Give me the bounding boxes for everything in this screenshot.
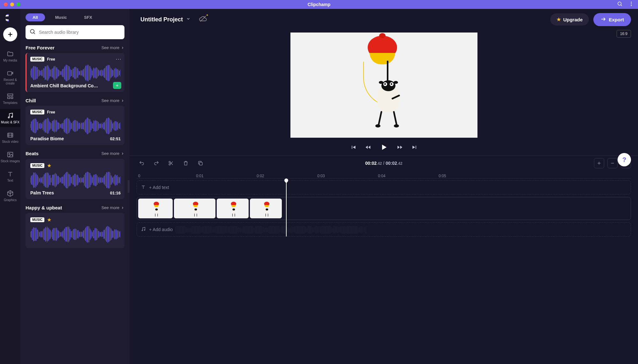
rail-item-stock-images[interactable]: Stock images	[0, 148, 20, 166]
see-more-link[interactable]: See more	[101, 98, 124, 103]
sheep-leg	[378, 111, 382, 126]
video-clip[interactable]	[138, 199, 173, 218]
rail-label: Record & create	[0, 78, 20, 85]
cloud-sync-icon[interactable]: ✦	[199, 15, 207, 24]
titlebar-search-icon[interactable]	[617, 1, 623, 8]
see-more-link[interactable]: See more	[101, 151, 124, 156]
audio-track-placeholder: + Add audio	[149, 227, 173, 232]
help-button[interactable]: ?	[618, 153, 631, 166]
upgrade-button[interactable]: ★ Upgrade	[550, 13, 589, 25]
audio-waveform	[175, 226, 638, 234]
playhead[interactable]	[286, 180, 287, 237]
skip-start-button[interactable]	[350, 144, 357, 150]
play-button[interactable]	[379, 143, 388, 152]
timeline[interactable]: 00:010:020:030:040:05 + Add text	[130, 170, 638, 364]
rail-item-stock-video[interactable]: Stock video	[0, 128, 20, 147]
library-section-head: Happy & upbeat See more	[26, 205, 124, 210]
rail-item-record-create[interactable]: Record & create	[0, 67, 20, 88]
redo-button[interactable]	[151, 158, 161, 168]
free-badge: Free	[47, 110, 55, 114]
zoom-in-button[interactable]	[594, 158, 604, 168]
music-tag: MUSIC	[30, 57, 44, 62]
track-card[interactable]: MUSICFree ⋯ Ambient Chill Background Co……	[26, 53, 124, 92]
svg-line-20	[34, 33, 35, 34]
track-waveform	[30, 226, 121, 243]
svg-rect-27	[199, 162, 202, 165]
video-clip[interactable]	[250, 199, 282, 218]
timeline-toolbar: 00:02.42 / 00:02.42	[130, 156, 638, 170]
split-button[interactable]	[166, 158, 176, 168]
zoom-out-button[interactable]	[607, 158, 618, 168]
sheep-foot	[375, 124, 380, 127]
section-title: Free Forever	[26, 45, 55, 50]
svg-point-4	[631, 5, 632, 6]
rail-label: Stock video	[2, 140, 19, 143]
time-current-frac: .42	[377, 161, 382, 166]
audio-track[interactable]: + Add audio	[137, 222, 631, 237]
library-section-head: Free Forever See more	[26, 45, 124, 50]
video-track[interactable]	[137, 197, 631, 220]
see-more-link[interactable]: See more	[101, 45, 124, 50]
video-clip[interactable]	[217, 199, 249, 218]
playback-time: 00:02.42 / 00:02.42	[365, 161, 402, 166]
rewind-button[interactable]	[365, 144, 371, 150]
rail-label: My media	[3, 59, 17, 62]
window-titlebar: Clipchamp	[0, 0, 638, 9]
rail-label: Music & SFX	[1, 120, 19, 124]
timeline-ruler[interactable]: 00:010:020:030:040:05	[137, 170, 631, 178]
collapse-panel-button[interactable]	[128, 180, 130, 193]
editor-area: Untitled Project ✦ ★ Upgrade Expor	[130, 9, 638, 364]
track-more-button[interactable]: ⋯	[116, 55, 121, 62]
forward-button[interactable]	[397, 144, 403, 150]
duplicate-button[interactable]	[195, 158, 206, 168]
left-rail: My media Record & create Templates Music…	[0, 9, 20, 364]
see-more-link[interactable]: See more	[101, 205, 124, 210]
rail-item-my-media[interactable]: My media	[0, 47, 20, 65]
playback-controls	[350, 143, 418, 152]
undo-button[interactable]	[137, 158, 147, 168]
rail-item-graphics[interactable]: Graphics	[0, 187, 20, 205]
track-card[interactable]: MUSIC★	[26, 213, 124, 248]
library-search-input[interactable]	[39, 30, 121, 35]
window-close-button[interactable]	[4, 3, 8, 6]
skip-end-button[interactable]	[411, 144, 418, 150]
export-button[interactable]: Export	[593, 13, 631, 26]
ruler-tick: 0:03	[317, 174, 325, 178]
prop-ball-knob	[379, 33, 386, 38]
track-tags: MUSIC★	[30, 217, 121, 223]
add-track-button[interactable]: +	[113, 82, 121, 89]
svg-point-12	[11, 116, 13, 118]
free-badge: Free	[47, 57, 55, 62]
rail-item-text[interactable]: Text	[0, 167, 20, 186]
window-minimize-button[interactable]	[10, 3, 14, 6]
titlebar-more-icon[interactable]	[628, 1, 634, 8]
track-card[interactable]: MUSIC★ Palm Trees 01:16	[26, 159, 124, 199]
library-tab-all[interactable]: All	[26, 13, 45, 21]
project-title-dropdown[interactable]: Untitled Project	[137, 14, 194, 25]
music-icon	[141, 227, 146, 233]
text-track[interactable]: + Add text	[137, 180, 631, 194]
rail-item-templates[interactable]: Templates	[0, 90, 20, 108]
ruler-tick: 0:01	[196, 174, 203, 178]
rail-item-music-sfx[interactable]: Music & SFX	[0, 109, 20, 127]
svg-point-32	[144, 229, 145, 230]
export-label: Export	[609, 17, 624, 22]
star-icon: ★	[557, 17, 561, 22]
svg-rect-8	[8, 94, 13, 96]
svg-point-11	[8, 117, 10, 118]
library-tab-music[interactable]: Music	[48, 13, 74, 21]
library-search[interactable]	[26, 25, 124, 39]
ruler-tick: 0:05	[439, 174, 446, 178]
preview-canvas[interactable]	[290, 33, 477, 138]
premium-star-icon: ★	[47, 163, 51, 169]
chevron-down-icon	[186, 17, 191, 22]
delete-button[interactable]	[181, 158, 191, 168]
library-tab-sfx[interactable]: SFX	[77, 13, 99, 21]
aspect-ratio-badge[interactable]: 16:9	[617, 30, 631, 38]
svg-point-2	[631, 2, 632, 3]
add-media-button[interactable]	[3, 27, 17, 41]
track-card[interactable]: MUSICFree Paradise Biome 02:51	[26, 106, 124, 145]
window-fullscreen-button[interactable]	[17, 3, 20, 6]
track-waveform	[30, 65, 121, 81]
video-clip[interactable]	[174, 199, 215, 218]
